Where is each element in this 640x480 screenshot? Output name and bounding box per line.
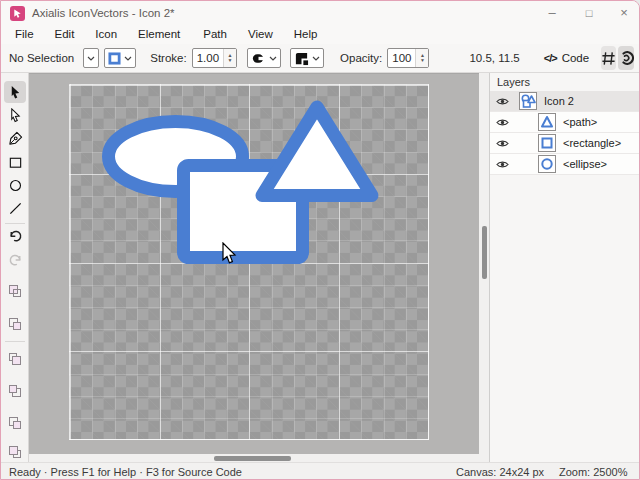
shape-style-select[interactable] <box>83 48 99 68</box>
menu-file[interactable]: File <box>8 26 41 42</box>
undo-button[interactable] <box>4 225 26 247</box>
line-cap-select[interactable] <box>247 48 281 68</box>
visibility-eye-icon[interactable] <box>496 116 510 129</box>
menu-help[interactable]: Help <box>287 26 325 42</box>
menu-view[interactable]: View <box>241 26 280 42</box>
layer-thumbnail-ellipse <box>538 155 556 173</box>
layer-thumbnail-path <box>538 113 556 131</box>
status-message: Ready · Press F1 for Help · F3 for Sourc… <box>9 466 242 478</box>
horizontal-scrollbar-thumb[interactable] <box>214 456 291 461</box>
layer-row-rectangle[interactable]: <rectangle> <box>490 133 640 154</box>
send-to-back-icon <box>7 383 23 399</box>
opacity-spinner[interactable]: 100 ▲▼ <box>387 48 429 68</box>
chevron-down-icon <box>312 54 320 62</box>
layer-label[interactable]: <rectangle> <box>563 137 621 149</box>
toolbar: No Selection Stroke: 1.00 ▲▼ Opacity: 10… <box>1 44 639 73</box>
rectangle-icon <box>8 155 23 170</box>
title-bar: Axialis IconVectors - Icon 2* – □ × <box>1 1 639 25</box>
line-join-select[interactable] <box>290 48 324 68</box>
menu-icon[interactable]: Icon <box>88 26 124 42</box>
palette-divider <box>5 341 25 342</box>
maximize-button[interactable]: □ <box>574 3 604 23</box>
layer-label[interactable]: <path> <box>563 116 597 128</box>
bring-forward-button[interactable] <box>4 412 26 434</box>
rectangle-tool-button[interactable] <box>4 151 26 173</box>
send-backward-icon <box>7 444 23 460</box>
stroke-label: Stroke: <box>150 52 186 64</box>
snap-rotate-toggle-button[interactable] <box>618 46 634 70</box>
fill-color-icon <box>108 52 121 65</box>
ellipse-tool-button[interactable] <box>4 174 26 196</box>
canvas-viewport[interactable] <box>29 73 479 454</box>
menu-bar: File Edit Icon Element Path View Help <box>1 23 639 44</box>
spinner-arrows-icon[interactable]: ▲▼ <box>415 49 428 67</box>
bring-to-front-button[interactable] <box>4 348 26 370</box>
mouse-cursor <box>222 242 239 266</box>
status-bar: Ready · Press F1 for Help · F3 for Sourc… <box>1 462 639 480</box>
layer-thumbnail-rectangle <box>538 134 556 152</box>
pointer-coordinates: 10.5, 11.5 <box>469 52 519 64</box>
layer-label[interactable]: Icon 2 <box>544 95 574 107</box>
chevron-down-icon <box>269 54 277 62</box>
vertical-scrollbar-thumb[interactable] <box>482 226 487 279</box>
app-logo-icon <box>10 6 25 21</box>
stroke-width-spinner[interactable]: 1.00 ▲▼ <box>192 48 237 68</box>
layers-panel-title: Layers <box>490 73 640 91</box>
select-arrow-icon <box>8 85 23 100</box>
select-tool-button[interactable] <box>4 81 26 103</box>
line-join-icon <box>294 51 309 66</box>
bring-forward-icon <box>7 415 23 431</box>
line-icon <box>8 201 23 216</box>
layer-row-path[interactable]: <path> <box>490 112 640 133</box>
status-canvas-size: Canvas: 24x24 px <box>456 466 544 478</box>
pen-icon <box>8 131 23 146</box>
chevron-down-icon <box>124 54 132 62</box>
stroke-width-value[interactable]: 1.00 <box>193 49 223 67</box>
pen-tool-button[interactable] <box>4 127 26 149</box>
direct-select-arrow-icon <box>8 108 23 123</box>
redo-icon <box>8 253 23 268</box>
grid-toggle-button[interactable] <box>601 46 616 70</box>
close-button[interactable]: × <box>609 3 639 23</box>
layer-row-icon2[interactable]: Icon 2 <box>490 91 640 112</box>
spinner-arrows-icon[interactable]: ▲▼ <box>223 49 236 67</box>
selection-status: No Selection <box>9 52 74 64</box>
send-to-back-button[interactable] <box>4 380 26 402</box>
boolean-subtract-button[interactable] <box>4 313 26 335</box>
boolean-union-icon <box>7 283 23 299</box>
menu-path[interactable]: Path <box>196 26 234 42</box>
opacity-value[interactable]: 100 <box>388 49 415 67</box>
menu-element[interactable]: Element <box>131 26 187 42</box>
opacity-label: Opacity: <box>340 52 382 64</box>
palette-divider <box>5 223 25 224</box>
boolean-union-button[interactable] <box>4 280 26 302</box>
visibility-eye-icon[interactable] <box>496 137 510 150</box>
bring-to-front-icon <box>7 351 23 367</box>
visibility-eye-icon[interactable] <box>496 95 510 108</box>
triangle-path-shape[interactable] <box>262 107 372 196</box>
icon-canvas[interactable] <box>69 84 429 440</box>
fill-color-select[interactable] <box>104 48 136 68</box>
layer-label[interactable]: <ellipse> <box>563 158 607 170</box>
code-icon: </> <box>544 52 557 64</box>
layer-row-ellipse[interactable]: <ellipse> <box>490 154 640 175</box>
layer-thumbnail-root <box>519 92 537 110</box>
horizontal-scrollbar[interactable] <box>29 454 479 462</box>
minimize-button[interactable]: – <box>537 3 567 23</box>
direct-select-tool-button[interactable] <box>4 104 26 126</box>
visibility-eye-icon[interactable] <box>496 158 510 171</box>
line-tool-button[interactable] <box>4 197 26 219</box>
menu-edit[interactable]: Edit <box>48 26 82 42</box>
status-zoom-level: Zoom: 2500% <box>559 466 627 478</box>
redo-button[interactable] <box>4 249 26 271</box>
send-backward-button[interactable] <box>4 441 26 463</box>
layers-panel: Layers Icon 2 <path> <box>489 73 640 462</box>
code-button[interactable]: </> Code <box>538 49 595 67</box>
window-title: Axialis IconVectors - Icon 2* <box>32 7 175 19</box>
tool-palette <box>1 73 29 462</box>
snap-rotate-icon <box>618 50 634 66</box>
ellipse-icon <box>8 178 23 193</box>
vertical-scrollbar[interactable] <box>479 73 489 462</box>
app-window: Axialis IconVectors - Icon 2* – □ × File… <box>0 0 640 480</box>
chevron-down-icon <box>87 54 95 62</box>
